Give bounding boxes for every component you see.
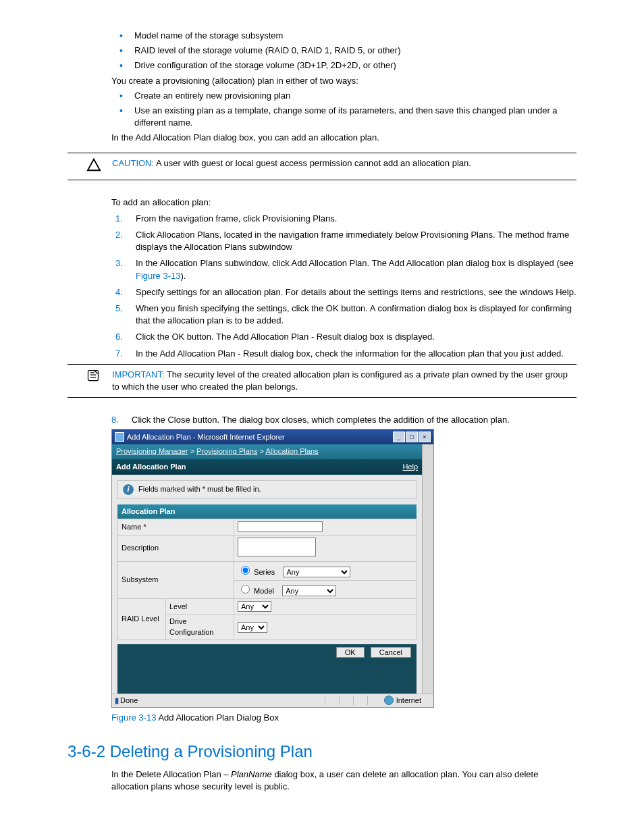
- dialog-filler: [117, 661, 417, 694]
- ok-button[interactable]: OK: [336, 647, 365, 658]
- step-item: Specify settings for an allocation plan.…: [132, 286, 576, 298]
- crumb-b[interactable]: Provisioning Plans: [196, 447, 258, 455]
- list-item: Model name of the storage subsystem: [132, 30, 576, 42]
- caution-callout: CAUTION: A user with guest or local gues…: [68, 153, 576, 180]
- caution-icon: [68, 157, 111, 176]
- step8-text: Click the Close button. The dialog box c…: [132, 414, 576, 426]
- intro-block: Model name of the storage subsystem RAID…: [111, 30, 576, 145]
- model-label: Model: [254, 587, 274, 595]
- step-text: ).: [180, 271, 186, 281]
- subsystem-label: Subsystem: [118, 562, 234, 599]
- step8-number: 8.: [111, 414, 132, 426]
- section-heading: 3-6-2 Deleting a Provisioning Plan: [68, 740, 576, 763]
- step8-row: 8. Click the Close button. The dialog bo…: [111, 414, 576, 426]
- important-callout: IMPORTANT: The security level of the cre…: [68, 364, 576, 398]
- dialog-header: Add Allocation Plan Help: [112, 459, 422, 475]
- step-item: From the navigation frame, click Provisi…: [132, 213, 576, 225]
- section-header: Allocation Plan: [117, 504, 417, 519]
- status-zone: Internet: [396, 696, 421, 706]
- intro-bullets: Model name of the storage subsystem RAID…: [111, 30, 576, 72]
- svg-rect-0: [88, 370, 99, 380]
- status-done: Done: [120, 696, 138, 706]
- figure-caption-text: Add Allocation Plan Dialog Box: [156, 712, 278, 723]
- figure-caption: Figure 3-13 Add Allocation Plan Dialog B…: [111, 712, 576, 724]
- ordered-steps: From the navigation frame, click Provisi…: [111, 213, 576, 360]
- caution-label: CAUTION:: [112, 158, 154, 168]
- planname-var: PlanName: [231, 769, 272, 779]
- ways-bullets: Create an entirely new provisioning plan…: [111, 90, 576, 130]
- info-icon: i: [122, 484, 134, 496]
- drive-config-select[interactable]: Any: [238, 622, 267, 633]
- info-bar: i Fields marked with * must be filled in…: [117, 480, 417, 499]
- cancel-button[interactable]: Cancel: [371, 647, 411, 658]
- close-button[interactable]: ×: [419, 432, 431, 442]
- raid-label: RAID Level: [118, 599, 166, 640]
- form-table: Name * Description Subsystem Series: [117, 519, 417, 640]
- level-label: Level: [166, 599, 234, 615]
- maximize-button[interactable]: □: [406, 432, 418, 442]
- internet-zone-icon: [384, 696, 394, 705]
- figure-link[interactable]: Figure 3-13: [136, 271, 180, 281]
- name-input[interactable]: [238, 521, 323, 532]
- dialog-titlebar: Add Allocation Plan - Microsoft Internet…: [112, 429, 433, 444]
- crumb-a[interactable]: Provisioning Manager: [116, 447, 188, 455]
- name-label: Name *: [118, 519, 234, 535]
- list-item: Create an entirely new provisioning plan: [132, 90, 576, 102]
- important-text: The security level of the created alloca…: [112, 369, 568, 392]
- dialog-title: Add Allocation Plan - Microsoft Internet…: [127, 432, 285, 442]
- caution-text: A user with guest or local guest access …: [154, 158, 471, 168]
- ie-page-icon: ▮: [115, 696, 119, 706]
- series-select[interactable]: Any: [283, 567, 350, 577]
- figure-container: Add Allocation Plan - Microsoft Internet…: [111, 429, 576, 724]
- dialog-header-title: Add Allocation Plan: [116, 462, 186, 472]
- vertical-scrollbar[interactable]: [422, 444, 433, 693]
- series-radio[interactable]: [241, 566, 250, 575]
- para-add-dialog: In the Add Allocation Plan dialog box, y…: [111, 132, 576, 144]
- list-item: Use an existing plan as a template, chan…: [132, 105, 576, 129]
- add-allocation-dialog: Add Allocation Plan - Microsoft Internet…: [111, 429, 434, 708]
- delete-para: In the Delete Allocation Plan – PlanName…: [111, 768, 576, 793]
- drive-config-label: Drive Configuration: [166, 615, 234, 640]
- description-label: Description: [118, 535, 234, 561]
- description-input[interactable]: [238, 538, 316, 556]
- list-item: RAID level of the storage volume (RAID 0…: [132, 45, 576, 57]
- breadcrumb: Provisioning Manager > Provisioning Plan…: [112, 444, 422, 459]
- model-select[interactable]: Any: [282, 585, 336, 596]
- para-to-add: To add an allocation plan:: [111, 197, 576, 209]
- step-item: In the Add Allocation Plan - Result dial…: [132, 348, 576, 360]
- note-icon: [68, 369, 111, 393]
- important-label: IMPORTANT:: [112, 369, 165, 380]
- status-bar: ▮ Done Internet: [112, 694, 433, 707]
- step-item: Click Allocation Plans, located in the n…: [132, 229, 576, 253]
- step-text: In the Allocation Plans subwindow, click…: [136, 258, 574, 268]
- ie-icon: [115, 432, 124, 442]
- steps-block: To add an allocation plan: From the navi…: [111, 197, 576, 360]
- step-item: In the Allocation Plans subwindow, click…: [132, 257, 576, 282]
- help-link[interactable]: Help: [402, 462, 418, 472]
- step-item: Click the OK button. The Add Allocation …: [132, 331, 576, 343]
- level-select[interactable]: Any: [238, 601, 271, 612]
- step-item: When you finish specifying the settings,…: [132, 303, 576, 327]
- list-item: Drive configuration of the storage volum…: [132, 59, 576, 72]
- minimize-button[interactable]: _: [393, 432, 405, 442]
- figure-label: Figure 3-13: [111, 712, 156, 723]
- model-radio[interactable]: [241, 585, 250, 594]
- button-row: OK Cancel: [117, 644, 417, 660]
- para-create-ways: You create a provisioning (allocation) p…: [111, 75, 576, 87]
- crumb-c[interactable]: Allocation Plans: [265, 447, 318, 455]
- series-label: Series: [254, 568, 275, 576]
- info-text: Fields marked with * must be filled in.: [138, 484, 261, 494]
